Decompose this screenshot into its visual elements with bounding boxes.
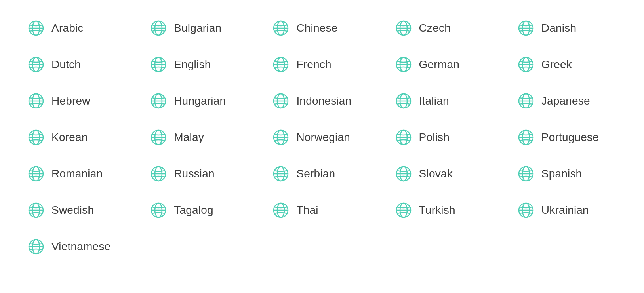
language-item[interactable]: Vietnamese bbox=[16, 230, 138, 263]
language-label: Tagalog bbox=[174, 204, 213, 217]
globe-icon bbox=[395, 20, 412, 36]
language-label: Russian bbox=[174, 167, 215, 180]
language-item[interactable]: Indonesian bbox=[261, 85, 383, 117]
language-item[interactable]: Serbian bbox=[261, 158, 383, 190]
globe-icon bbox=[28, 56, 44, 73]
language-item[interactable]: Thai bbox=[261, 194, 383, 226]
language-item[interactable]: Italian bbox=[383, 85, 506, 117]
language-label: Chinese bbox=[296, 22, 337, 34]
language-label: Swedish bbox=[51, 204, 94, 217]
language-item[interactable]: Tagalog bbox=[138, 194, 261, 226]
language-item[interactable]: Danish bbox=[506, 12, 628, 44]
language-item[interactable]: Romanian bbox=[16, 158, 138, 190]
language-label: Hungarian bbox=[174, 95, 226, 107]
language-label: Polish bbox=[419, 131, 450, 144]
language-label: Japanese bbox=[541, 95, 590, 107]
language-item[interactable]: Arabic bbox=[16, 12, 138, 44]
language-item[interactable]: Korean bbox=[16, 121, 138, 154]
language-item[interactable]: Polish bbox=[383, 121, 506, 154]
language-label: Portuguese bbox=[541, 131, 599, 144]
language-item[interactable]: Turkish bbox=[383, 194, 506, 226]
globe-icon bbox=[150, 20, 167, 36]
language-item[interactable]: Hebrew bbox=[16, 85, 138, 117]
globe-icon bbox=[395, 93, 412, 109]
language-label: Greek bbox=[541, 58, 572, 71]
language-label: Czech bbox=[419, 22, 451, 34]
language-label: Ukrainian bbox=[541, 204, 589, 217]
globe-icon bbox=[395, 129, 412, 146]
globe-icon bbox=[518, 129, 534, 146]
globe-icon bbox=[518, 202, 534, 219]
language-item[interactable]: German bbox=[383, 48, 506, 81]
language-label: Thai bbox=[296, 204, 318, 217]
globe-icon bbox=[518, 20, 534, 36]
language-grid: Arabic Bulgarian Chinese Czech Danish bbox=[16, 12, 628, 263]
language-label: Vietnamese bbox=[51, 240, 111, 253]
globe-icon bbox=[395, 56, 412, 73]
language-item[interactable]: Portuguese bbox=[506, 121, 628, 154]
language-item[interactable]: Dutch bbox=[16, 48, 138, 81]
language-label: Malay bbox=[174, 131, 204, 144]
language-label: Romanian bbox=[51, 167, 103, 180]
globe-icon bbox=[518, 93, 534, 109]
globe-icon bbox=[28, 93, 44, 109]
globe-icon bbox=[28, 238, 44, 255]
language-item[interactable]: Norwegian bbox=[261, 121, 383, 154]
language-label: Slovak bbox=[419, 167, 453, 180]
language-label: Serbian bbox=[296, 167, 335, 180]
language-item[interactable]: Greek bbox=[506, 48, 628, 81]
language-item[interactable]: Russian bbox=[138, 158, 261, 190]
globe-icon bbox=[28, 166, 44, 182]
globe-icon bbox=[150, 129, 167, 146]
language-label: Norwegian bbox=[296, 131, 350, 144]
language-label: Spanish bbox=[541, 167, 582, 180]
globe-icon bbox=[150, 93, 167, 109]
language-label: Bulgarian bbox=[174, 22, 221, 34]
globe-icon bbox=[518, 56, 534, 73]
globe-icon bbox=[28, 202, 44, 219]
globe-icon bbox=[272, 166, 289, 182]
globe-icon bbox=[28, 129, 44, 146]
globe-icon bbox=[272, 202, 289, 219]
language-item[interactable]: Ukrainian bbox=[506, 194, 628, 226]
language-label: Dutch bbox=[51, 58, 81, 71]
language-item[interactable]: Spanish bbox=[506, 158, 628, 190]
globe-icon bbox=[518, 166, 534, 182]
globe-icon bbox=[272, 20, 289, 36]
language-item[interactable]: English bbox=[138, 48, 261, 81]
language-item[interactable]: Swedish bbox=[16, 194, 138, 226]
globe-icon bbox=[150, 166, 167, 182]
language-label: Italian bbox=[419, 95, 449, 107]
language-label: German bbox=[419, 58, 459, 71]
language-item[interactable]: Slovak bbox=[383, 158, 506, 190]
globe-icon bbox=[28, 20, 44, 36]
globe-icon bbox=[395, 202, 412, 219]
globe-icon bbox=[395, 166, 412, 182]
language-item[interactable]: Bulgarian bbox=[138, 12, 261, 44]
language-label: Danish bbox=[541, 22, 576, 34]
globe-icon bbox=[150, 56, 167, 73]
language-label: Indonesian bbox=[296, 95, 351, 107]
language-label: English bbox=[174, 58, 211, 71]
language-label: Arabic bbox=[51, 22, 84, 34]
language-item[interactable]: French bbox=[261, 48, 383, 81]
language-label: French bbox=[296, 58, 331, 71]
language-item[interactable]: Malay bbox=[138, 121, 261, 154]
language-item[interactable]: Chinese bbox=[261, 12, 383, 44]
language-item[interactable]: Japanese bbox=[506, 85, 628, 117]
language-label: Hebrew bbox=[51, 95, 90, 107]
globe-icon bbox=[150, 202, 167, 219]
globe-icon bbox=[272, 129, 289, 146]
language-label: Korean bbox=[51, 131, 88, 144]
language-item[interactable]: Hungarian bbox=[138, 85, 261, 117]
globe-icon bbox=[272, 56, 289, 73]
globe-icon bbox=[272, 93, 289, 109]
language-label: Turkish bbox=[419, 204, 455, 217]
language-item[interactable]: Czech bbox=[383, 12, 506, 44]
